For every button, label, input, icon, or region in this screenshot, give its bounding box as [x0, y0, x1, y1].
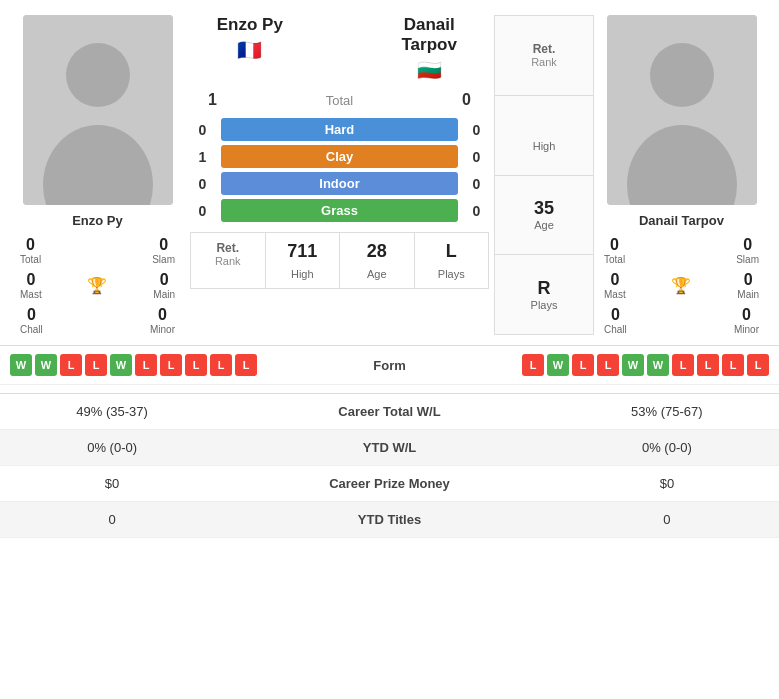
right-rank-block: Ret. Rank	[495, 16, 593, 96]
right-form-badge-9: L	[747, 354, 769, 376]
left-form-badges: W W L L W L L L L L	[10, 354, 330, 376]
left-form-badge-0: W	[10, 354, 32, 376]
stats-row-1: 0% (0-0) YTD W/L 0% (0-0)	[0, 430, 779, 466]
middle-stats: Enzo Py 🇫🇷 Danail Tarpov 🇧🇬 1 Total 0 0	[185, 15, 494, 335]
left-flag: 🇫🇷	[237, 38, 262, 62]
right-mast-stat: 0 Mast	[604, 271, 626, 300]
right-chall-stat: 0 Chall	[604, 306, 627, 335]
left-form-badge-1: W	[35, 354, 57, 376]
stats-label-0: Career Total W/L	[224, 394, 555, 430]
stats-right-3: 0	[555, 502, 779, 538]
right-high-block: High	[495, 96, 593, 176]
stats-row-0: 49% (35-37) Career Total W/L 53% (75-67)	[0, 394, 779, 430]
stats-table: 49% (35-37) Career Total W/L 53% (75-67)…	[0, 393, 779, 538]
right-form-badge-6: L	[672, 354, 694, 376]
surface-rows: 0 Hard 0 1 Clay 0 0 Indoor 0 0 Grass	[190, 118, 489, 222]
right-stats-col: Ret. Rank High 35 Age R Plays	[494, 15, 594, 335]
right-form-badge-4: W	[622, 354, 644, 376]
stats-left-2: $0	[0, 466, 224, 502]
right-form-badge-7: L	[697, 354, 719, 376]
left-player-avatar	[23, 15, 173, 205]
svg-point-1	[66, 43, 130, 107]
right-player-title: Danail Tarpov	[401, 15, 456, 55]
surface-row-hard: 0 Hard 0	[190, 118, 489, 141]
surface-row-indoor: 0 Indoor 0	[190, 172, 489, 195]
left-chall-stat: 0 Chall	[20, 306, 43, 335]
surface-indoor-btn[interactable]: Indoor	[221, 172, 458, 195]
form-label: Form	[330, 358, 450, 373]
right-trophy-icon: 🏆	[671, 276, 691, 295]
right-player-card: Danail Tarpov 0 Total 0 Slam 0 Mast 🏆	[594, 15, 769, 335]
stats-label-1: YTD W/L	[224, 430, 555, 466]
left-form-badge-9: L	[235, 354, 257, 376]
form-section: W W L L W L L L L L Form L W L L W W L L…	[0, 345, 779, 385]
comparison-area: Enzo Py 0 Total 0 Slam 0 Mast 🏆	[0, 0, 779, 345]
stats-row-3: 0 YTD Titles 0	[0, 502, 779, 538]
stats-left-0: 49% (35-37)	[0, 394, 224, 430]
surface-row-clay: 1 Clay 0	[190, 145, 489, 168]
right-form-badge-1: W	[547, 354, 569, 376]
left-player-title: Enzo Py	[217, 15, 283, 35]
right-age-block: 35 Age	[495, 176, 593, 256]
left-main-stat: 0 Main	[153, 271, 175, 300]
right-form-badge-2: L	[572, 354, 594, 376]
right-main-stat: 0 Main	[737, 271, 759, 300]
right-form-badge-8: L	[722, 354, 744, 376]
left-header: Enzo Py 🇫🇷	[190, 15, 310, 62]
surface-grass-btn[interactable]: Grass	[221, 199, 458, 222]
stats-right-0: 53% (75-67)	[555, 394, 779, 430]
right-slam-stat: 0 Slam	[736, 236, 759, 265]
left-plays-col: L Plays	[414, 232, 490, 289]
stats-right-2: $0	[555, 466, 779, 502]
right-minor-stat: 0 Minor	[734, 306, 759, 335]
left-form-badge-7: L	[185, 354, 207, 376]
left-rank-col: Ret. Rank	[190, 232, 265, 289]
right-form-badges: L W L L W W L L L L	[450, 354, 770, 376]
svg-point-4	[650, 43, 714, 107]
left-player-name: Enzo Py	[72, 213, 123, 228]
right-total-stat: 0 Total	[604, 236, 625, 265]
right-plays-block: R Plays	[495, 255, 593, 334]
middle-detail-cols: Ret. Rank 711 High 28 Age L Plays	[190, 232, 489, 289]
main-container: Enzo Py 0 Total 0 Slam 0 Mast 🏆	[0, 0, 779, 538]
left-slam-stat: 0 Slam	[152, 236, 175, 265]
total-row: 1 Total 0	[190, 87, 489, 113]
stats-label-2: Career Prize Money	[224, 466, 555, 502]
stats-left-1: 0% (0-0)	[0, 430, 224, 466]
stats-row-2: $0 Career Prize Money $0	[0, 466, 779, 502]
right-form-badge-3: L	[597, 354, 619, 376]
right-player-name: Danail Tarpov	[639, 213, 724, 228]
stats-label-3: YTD Titles	[224, 502, 555, 538]
player-headers: Enzo Py 🇫🇷 Danail Tarpov 🇧🇬	[190, 15, 489, 82]
right-flag: 🇧🇬	[417, 58, 442, 82]
right-player-avatar	[607, 15, 757, 205]
left-trophy-icon: 🏆	[87, 276, 107, 295]
left-mast-stat: 0 Mast	[20, 271, 42, 300]
surface-clay-btn[interactable]: Clay	[221, 145, 458, 168]
stats-right-1: 0% (0-0)	[555, 430, 779, 466]
right-form-badge-5: W	[647, 354, 669, 376]
left-player-card: Enzo Py 0 Total 0 Slam 0 Mast 🏆	[10, 15, 185, 335]
left-minor-stat: 0 Minor	[150, 306, 175, 335]
surface-hard-btn[interactable]: Hard	[221, 118, 458, 141]
left-form-badge-4: W	[110, 354, 132, 376]
left-form-badge-6: L	[160, 354, 182, 376]
stats-left-3: 0	[0, 502, 224, 538]
left-age-col: 28 Age	[339, 232, 414, 289]
right-form-badge-0: L	[522, 354, 544, 376]
left-form-badge-5: L	[135, 354, 157, 376]
left-total-stat: 0 Total	[20, 236, 41, 265]
right-header: Danail Tarpov 🇧🇬	[369, 15, 489, 82]
surface-row-grass: 0 Grass 0	[190, 199, 489, 222]
left-high-col: 711 High	[265, 232, 340, 289]
left-form-badge-3: L	[85, 354, 107, 376]
left-form-badge-8: L	[210, 354, 232, 376]
left-form-badge-2: L	[60, 354, 82, 376]
